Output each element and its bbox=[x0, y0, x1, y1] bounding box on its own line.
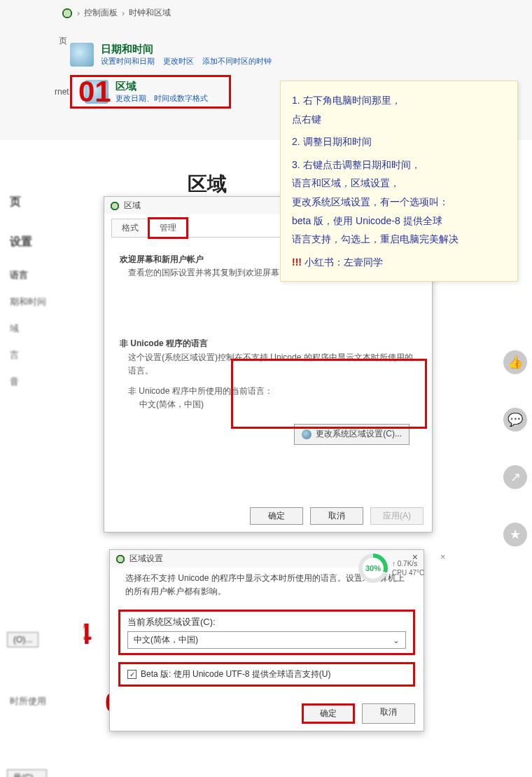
region-icon bbox=[110, 201, 120, 211]
beta-utf8-block: ✓ Beta 版: 使用 Unicode UTF-8 提供全球语言支持(U) bbox=[118, 662, 415, 687]
breadcrumb: › 控制面板 › 时钟和区域 bbox=[62, 7, 171, 19]
like-icon[interactable]: 👍 bbox=[503, 350, 527, 374]
note-line: 1. 右下角电脑时间那里， bbox=[292, 91, 506, 110]
social-column: 👍 💬 ↗ ★ bbox=[498, 350, 532, 546]
annotation-step-1: 01 bbox=[78, 77, 111, 106]
chevron-down-icon: ⌄ bbox=[393, 635, 400, 645]
note-signature: !!! 小红书：左壹同学 bbox=[292, 253, 506, 272]
sidebar-item[interactable]: 言 bbox=[0, 342, 84, 369]
sidebar-item[interactable]: 域 bbox=[0, 315, 84, 342]
beta-utf8-label: Beta 版: 使用 Unicode UTF-8 提供全球语言支持(U) bbox=[141, 668, 330, 680]
section-nonunicode-title: 非 Unicode 程序的语言 bbox=[120, 337, 416, 350]
instruction-note: 1. 右下角电脑时间那里， 点右键 2. 调整日期和时间 3. 右键点击调整日期… bbox=[280, 81, 518, 282]
up-arrow-icon: ↑ bbox=[392, 560, 396, 568]
current-locale-label: 当前系统区域设置(C): bbox=[127, 616, 406, 628]
note-line: 更改系统区域设置，有一个选项叫： bbox=[292, 193, 506, 212]
bg-button[interactable]: 量(C)... bbox=[7, 769, 47, 777]
breadcrumb-item-control-panel[interactable]: 控制面板 bbox=[84, 7, 118, 19]
note-line: 3. 右键点击调整日期和时间， bbox=[292, 156, 506, 174]
sidebar-heading: 页 bbox=[0, 182, 84, 222]
dialog-button-row: 确定 取消 bbox=[302, 703, 415, 724]
cropped-label: 页 bbox=[59, 35, 67, 47]
ok-button[interactable]: 确定 bbox=[302, 703, 355, 724]
star-icon[interactable]: ★ bbox=[503, 523, 527, 546]
breadcrumb-item-clock-region[interactable]: 时钟和区域 bbox=[129, 7, 171, 19]
button-label: 更改系统区域设置(C)... bbox=[316, 427, 402, 441]
control-panel-icon bbox=[62, 8, 73, 19]
breadcrumb-sep: › bbox=[77, 8, 80, 18]
sidebar-item[interactable]: 语言 bbox=[0, 262, 84, 289]
bg-button[interactable]: (O)... bbox=[7, 632, 38, 647]
comment-icon[interactable]: 💬 bbox=[503, 408, 527, 432]
note-line: beta 版，使用 Unicode-8 提供全球 bbox=[292, 212, 506, 231]
note-line: 点右键 bbox=[292, 110, 506, 129]
sidebar-heading: 设置 bbox=[0, 222, 84, 262]
sidebar-item[interactable]: 期和时间 bbox=[0, 289, 84, 315]
section-heading-region: 区域 bbox=[188, 171, 227, 198]
cp-item-title: 区域 bbox=[115, 80, 208, 93]
dialog-title: 区域设置 bbox=[130, 553, 163, 565]
link-change-format[interactable]: 更改日期、时间或数字格式 bbox=[115, 93, 208, 104]
breadcrumb-sep: › bbox=[122, 8, 125, 18]
tab-format[interactable]: 格式 bbox=[111, 219, 149, 238]
perf-ring: 30% bbox=[358, 553, 388, 583]
link-add-tz[interactable]: 添加不同时区的时钟 bbox=[202, 56, 272, 67]
perf-overlay: 30% ↑ 0.7K/s CPU 47°C × bbox=[358, 553, 424, 583]
locale-combobox[interactable]: 中文(简体，中国) ⌄ bbox=[127, 631, 406, 649]
cancel-button[interactable]: 取消 bbox=[310, 507, 363, 525]
note-line: 2. 调整日期和时间 bbox=[292, 132, 506, 151]
perf-net: 0.7K/s bbox=[398, 560, 417, 568]
note-line: 语言支持，勾选上，重启电脑完美解决 bbox=[292, 230, 506, 249]
bg-sidebar: 页 设置 语言 期和时间 域 言 音 (O)... 时所使用 量(C)... bbox=[0, 175, 84, 777]
ok-button[interactable]: 确定 bbox=[250, 507, 303, 525]
dialog-button-row: 确定 取消 应用(A) bbox=[250, 507, 424, 525]
close-icon[interactable]: × bbox=[440, 552, 445, 562]
perf-cpu: CPU 47°C bbox=[392, 568, 424, 577]
beta-utf8-checkbox[interactable]: ✓ bbox=[127, 670, 136, 679]
note-line: 语言和区域，区域设置， bbox=[292, 174, 506, 193]
cp-item-datetime[interactable]: 日期和时间 设置时间和日期 更改时区 添加不同时区的时钟 bbox=[70, 39, 434, 71]
annotation-box-3 bbox=[231, 359, 427, 429]
cancel-button[interactable]: 取消 bbox=[362, 703, 415, 724]
perf-percent: 30% bbox=[363, 558, 384, 579]
globe-icon bbox=[302, 429, 312, 439]
tab-admin[interactable]: 管理 bbox=[149, 219, 187, 238]
bg-label: 时所使用 bbox=[0, 688, 84, 715]
datetime-icon bbox=[70, 43, 94, 67]
sidebar-item[interactable]: 音 bbox=[0, 369, 84, 395]
current-locale-block: 当前系统区域设置(C): 中文(简体，中国) ⌄ bbox=[118, 610, 415, 655]
apply-button: 应用(A) bbox=[370, 507, 424, 525]
combobox-value: 中文(简体，中国) bbox=[134, 634, 198, 646]
cropped-label: rnet bbox=[55, 87, 69, 97]
link-change-tz[interactable]: 更改时区 bbox=[163, 56, 194, 67]
link-set-time[interactable]: 设置时间和日期 bbox=[101, 56, 155, 67]
share-icon[interactable]: ↗ bbox=[503, 465, 527, 489]
region-icon bbox=[115, 554, 125, 564]
cp-item-title: 日期和时间 bbox=[101, 43, 272, 56]
dialog-title: 区域 bbox=[124, 200, 141, 212]
